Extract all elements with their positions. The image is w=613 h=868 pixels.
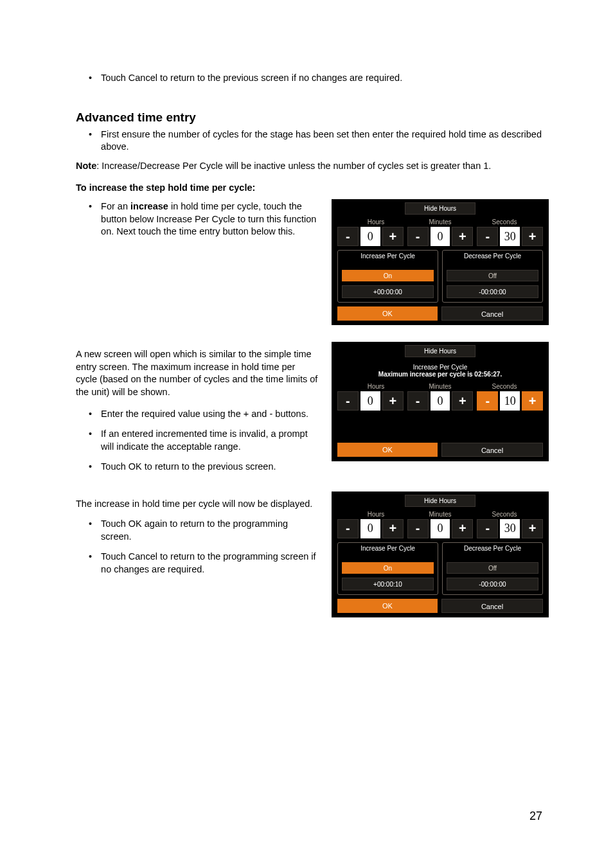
heading-bullet: First ensure the number of cycles for th… (89, 128, 549, 154)
seconds-spinner: - 10 + (477, 391, 543, 411)
minutes-value: 0 (431, 519, 450, 538)
minutes-value: 0 (431, 227, 450, 246)
t: Increase Per Cycle (335, 364, 546, 371)
increase-time-button[interactable]: +00:00:00 (342, 285, 434, 298)
block-2: A new screen will open which is similar … (76, 342, 549, 477)
spacer (335, 414, 546, 443)
hours-plus-button[interactable]: + (382, 227, 404, 246)
note-label: Note (76, 161, 96, 171)
spinner-row: - 0 + - 0 + - 10 + (335, 391, 546, 414)
seconds-plus-button[interactable]: + (522, 227, 543, 246)
list-item: If an entered incremented time is invali… (89, 428, 319, 453)
hours-spinner: - 0 + (337, 391, 404, 411)
bullet-dot (89, 408, 92, 421)
minutes-value: 0 (431, 391, 450, 411)
bullet-dot (89, 551, 92, 576)
increase-toggle[interactable]: On (342, 270, 434, 281)
spinner-row: - 0 + - 0 + - 30 + (335, 227, 546, 250)
decrease-toggle[interactable]: Off (447, 562, 538, 574)
bullet-dot (89, 200, 92, 238)
hours-minus-button[interactable]: - (337, 391, 359, 411)
list-item: Touch OK to return to the previous scree… (89, 461, 319, 474)
ok-button[interactable]: OK (337, 599, 438, 613)
hide-hours-button[interactable]: Hide Hours (405, 202, 475, 215)
label-minutes: Minutes (408, 511, 472, 518)
seconds-minus-button[interactable]: - (477, 391, 498, 411)
hours-value: 0 (360, 391, 380, 411)
block-2-para: A new screen will open which is similar … (76, 348, 319, 398)
seconds-minus-button[interactable]: - (477, 519, 498, 538)
seconds-minus-button[interactable]: - (477, 227, 498, 246)
seconds-plus-button[interactable]: + (522, 391, 543, 411)
page-number: 27 (529, 810, 542, 823)
note-line: Note: Increase/Decrease Per Cycle will b… (76, 160, 549, 173)
ok-button[interactable]: OK (337, 306, 438, 321)
decrease-time-button[interactable]: -00:00:00 (447, 285, 538, 298)
spinner-row: - 0 + - 0 + - 30 + (335, 519, 546, 542)
decrease-time-button[interactable]: -00:00:00 (447, 578, 538, 590)
intro-bullet-text: Touch Cancel to return to the previous s… (101, 72, 402, 85)
hours-minus-button[interactable]: - (337, 519, 359, 538)
seconds-plus-button[interactable]: + (522, 519, 543, 538)
decrease-toggle[interactable]: Off (447, 270, 538, 281)
minutes-spinner: - 0 + (407, 227, 474, 246)
t: Touch OK again to return to the programm… (101, 518, 319, 543)
screen-1: Hide Hours Hours Minutes Seconds - 0 + -… (332, 199, 549, 325)
increase-title: Increase Per Cycle (338, 251, 438, 263)
ok-cancel-row: OK Cancel (335, 306, 546, 322)
label-hours: Hours (344, 383, 408, 390)
hours-spinner: - 0 + (337, 227, 404, 246)
note-text: : Increase/Decrease Per Cycle will be in… (96, 161, 491, 171)
decrease-per-cycle-box: Decrease Per Cycle Off -00:00:00 (442, 250, 543, 303)
minutes-plus-button[interactable]: + (452, 227, 473, 246)
block-3-text: The increase in hold time per cycle will… (76, 492, 319, 580)
minutes-minus-button[interactable]: - (407, 391, 429, 411)
increase-per-cycle-box: Increase Per Cycle On +00:00:00 (337, 250, 438, 303)
cancel-button[interactable]: Cancel (441, 306, 543, 321)
seconds-value: 30 (500, 519, 520, 538)
minutes-minus-button[interactable]: - (407, 519, 429, 538)
time-labels: Hours Minutes Seconds (335, 215, 546, 227)
increase-toggle[interactable]: On (342, 562, 434, 574)
intro-bullet: Touch Cancel to return to the previous s… (89, 72, 549, 85)
bullet-dot (89, 128, 92, 154)
hours-plus-button[interactable]: + (382, 519, 404, 538)
t: Touch Cancel to return to the programmin… (101, 551, 319, 576)
block-3: The increase in hold time per cycle will… (76, 492, 549, 617)
bullet-dot (89, 72, 92, 85)
cycle-section-row: Increase Per Cycle On +00:00:00 Decrease… (335, 250, 546, 306)
t: If an entered incremented time is invali… (101, 428, 319, 453)
cancel-button[interactable]: Cancel (441, 443, 543, 457)
minutes-minus-button[interactable]: - (407, 227, 429, 246)
t: Touch OK to return to the previous scree… (101, 461, 276, 474)
subheading: To increase the step hold time per cycle… (76, 182, 549, 193)
minutes-plus-button[interactable]: + (452, 519, 473, 538)
block-1-bullet-text: For an increase in hold time per cycle, … (101, 200, 319, 238)
cancel-button[interactable]: Cancel (441, 599, 543, 613)
list-item: Enter the required value using the + and… (89, 408, 319, 421)
hours-plus-button[interactable]: + (382, 391, 404, 411)
ok-button[interactable]: OK (337, 443, 438, 457)
time-labels: Hours Minutes Seconds (335, 379, 546, 391)
label-seconds: Seconds (472, 511, 537, 518)
ok-cancel-row: OK Cancel (335, 599, 546, 614)
hide-hours-button[interactable]: Hide Hours (405, 495, 475, 507)
increase-time-button[interactable]: +00:00:10 (342, 578, 434, 590)
t: For an (101, 201, 130, 211)
heading-bullet-text: First ensure the number of cycles for th… (101, 128, 549, 154)
screen-2: Hide Hours Increase Per Cycle Maximum in… (332, 342, 549, 461)
minutes-spinner: - 0 + (407, 391, 474, 411)
hide-hours-button[interactable]: Hide Hours (405, 345, 475, 357)
decrease-per-cycle-box: Decrease Per Cycle Off -00:00:00 (442, 542, 543, 595)
screen-2-subtitle: Increase Per Cycle Maximum increase per … (335, 357, 546, 379)
increase-title: Increase Per Cycle (338, 543, 438, 556)
label-seconds: Seconds (472, 383, 537, 390)
block-1-text: For an increase in hold time per cycle, … (76, 199, 319, 242)
hours-minus-button[interactable]: - (337, 227, 359, 246)
ok-cancel-row: OK Cancel (335, 443, 546, 458)
minutes-plus-button[interactable]: + (452, 391, 473, 411)
seconds-spinner: - 30 + (477, 519, 543, 538)
label-hours: Hours (344, 218, 408, 226)
hours-spinner: - 0 + (337, 519, 404, 538)
t: Enter the required value using the + and… (101, 408, 308, 421)
